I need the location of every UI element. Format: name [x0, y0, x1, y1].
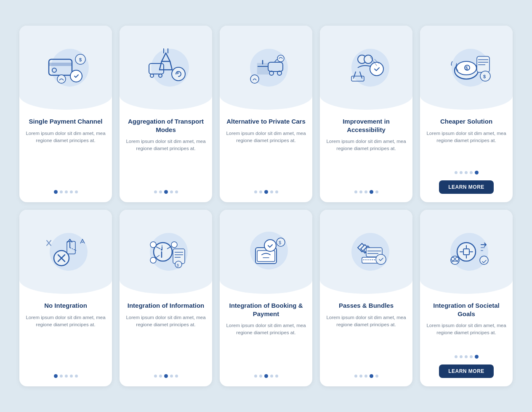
dot-3 [470, 355, 473, 358]
card-passes-bundles: Passes & Bundles Lorem ipsum dolor sit d… [320, 210, 412, 386]
dot-0 [254, 190, 257, 193]
dot-1 [60, 190, 63, 193]
card-illustration [19, 210, 112, 294]
svg-point-72 [376, 254, 386, 264]
dot-2 [364, 375, 367, 378]
card-illustration [220, 26, 312, 110]
card-description: Lorem ipsum dolor sit dim amet, mea regi… [19, 314, 112, 369]
card-description: Lorem ipsum dolor sit dim amet, mea regi… [220, 130, 312, 185]
svg-text:$: $ [79, 57, 82, 62]
dot-4 [375, 375, 378, 378]
card-description: Lorem ipsum dolor sit dim amet, mea regi… [120, 314, 212, 369]
card-pagination-dots [354, 374, 378, 378]
dot-2 [164, 190, 168, 194]
card-title: Integration of Booking & Payment [220, 301, 312, 318]
card-alternative-cars: Alternative to Private Cars Lorem ipsum … [220, 26, 312, 202]
dot-4 [75, 190, 78, 193]
svg-point-37 [50, 233, 88, 271]
card-illustration [420, 210, 513, 294]
svg-point-83 [480, 256, 488, 264]
dot-1 [159, 375, 162, 378]
card-description: Lorem ipsum dolor sit dim amet, mea regi… [19, 130, 112, 185]
dot-2 [264, 190, 268, 194]
card-description: Lorem ipsum dolor sit dim amet, mea regi… [420, 130, 513, 171]
card-title: Aggregation of Transport Modes [120, 117, 212, 134]
svg-point-46 [171, 242, 177, 248]
svg-rect-59 [257, 251, 275, 261]
svg-point-12 [172, 67, 185, 81]
dot-3 [170, 375, 173, 378]
dot-1 [460, 171, 463, 174]
dot-2 [264, 374, 268, 378]
dot-3 [70, 190, 73, 193]
dot-4 [275, 190, 278, 193]
dot-2 [65, 190, 68, 193]
card-title: Integration of Societal Goals [420, 301, 513, 318]
dot-0 [154, 375, 157, 378]
svg-point-4 [70, 70, 82, 82]
card-description: Lorem ipsum dolor sit dim amet, mea regi… [320, 138, 412, 184]
card-aggregation-transport: Aggregation of Transport Modes Lorem ips… [120, 26, 212, 202]
dot-4 [375, 190, 378, 193]
dot-0 [455, 171, 458, 174]
dot-0 [354, 190, 357, 193]
card-pagination-dots [54, 374, 78, 378]
dot-3 [270, 375, 273, 378]
svg-point-44 [161, 249, 162, 251]
card-pagination-dots [354, 190, 378, 194]
svg-text:$: $ [483, 74, 486, 79]
svg-rect-2 [49, 63, 72, 66]
card-title: No Integration [38, 301, 93, 310]
card-accessibility: Improvement in Accessibility Lorem ipsum… [320, 26, 412, 202]
svg-text:$: $ [466, 66, 468, 71]
card-cheaper: $ $ Cheaper Solution Lorem ipsum dolor s… [420, 26, 513, 202]
dot-1 [60, 375, 63, 378]
dot-0 [254, 375, 257, 378]
dot-3 [270, 190, 273, 193]
card-illustration: $ [19, 26, 112, 110]
card-title: Improvement in Accessibility [320, 117, 412, 134]
card-booking-payment: $ Integration of Booking & Payment Lorem… [220, 210, 312, 386]
svg-point-24 [370, 62, 383, 76]
card-illustration [320, 26, 412, 110]
learn-more-button[interactable]: LEARN MORE [439, 180, 494, 194]
learn-more-button[interactable]: LEARN MORE [439, 364, 494, 378]
card-title: Cheaper Solution [434, 117, 498, 126]
card-title: Integration of Information [122, 301, 210, 310]
card-illustration [320, 210, 412, 294]
card-pagination-dots [254, 374, 278, 378]
card-illustration: i $ [120, 210, 212, 294]
svg-point-47 [150, 257, 156, 263]
card-pagination-dots [154, 374, 178, 378]
card-title: Single Payment Channel [23, 117, 108, 126]
svg-text:$: $ [279, 240, 281, 245]
dot-1 [259, 190, 262, 193]
dot-2 [164, 374, 168, 378]
dot-0 [455, 355, 458, 358]
card-pagination-dots [455, 171, 479, 174]
svg-point-45 [150, 242, 156, 248]
card-pagination-dots [254, 190, 278, 194]
card-pagination-dots [54, 190, 78, 194]
svg-rect-70 [362, 257, 378, 263]
card-single-payment: $ Single Payment Channel Lorem ipsum dol… [19, 26, 112, 202]
svg-point-0 [51, 49, 89, 87]
cards-grid: $ Single Payment Channel Lorem ipsum dol… [19, 26, 513, 386]
card-illustration: $ [220, 210, 312, 294]
card-description: Lorem ipsum dolor sit dim amet, mea regi… [320, 314, 412, 369]
svg-text:$: $ [177, 263, 179, 267]
card-title: Passes & Bundles [333, 301, 399, 310]
dot-0 [54, 190, 58, 194]
card-description: Lorem ipsum dolor sit dim amet, mea regi… [120, 138, 212, 184]
dot-1 [259, 375, 262, 378]
card-description: Lorem ipsum dolor sit dim amet, mea regi… [220, 322, 312, 368]
card-pagination-dots [154, 190, 178, 194]
dot-2 [465, 355, 468, 358]
dot-2 [465, 171, 468, 174]
dot-4 [175, 375, 178, 378]
svg-point-8 [151, 49, 189, 87]
svg-point-19 [277, 55, 284, 62]
svg-point-41 [154, 243, 172, 261]
card-illustration: $ $ [420, 26, 513, 110]
dot-4 [75, 375, 78, 378]
